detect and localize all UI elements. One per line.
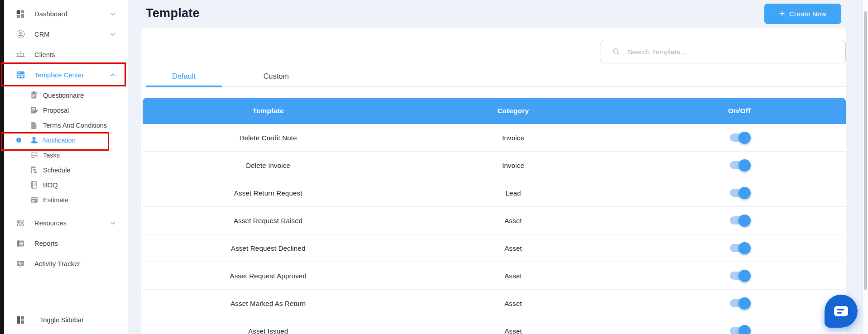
sidebar-item-label: Dashboard	[34, 10, 67, 18]
cell-onoff	[633, 189, 846, 197]
proposal-icon	[29, 105, 39, 116]
toggle-sidebar-button[interactable]: Toggle Sidebar	[4, 310, 128, 329]
sidebar-item-clients[interactable]: Clients	[4, 44, 128, 65]
scrollbar-thumb[interactable]	[864, 11, 867, 290]
column-header-template: Template	[143, 107, 393, 115]
cell-category: Lead	[393, 189, 633, 197]
on-off-toggle[interactable]	[730, 272, 749, 280]
cell-category: Invoice	[393, 134, 633, 142]
toggle-thumb	[739, 187, 751, 199]
sidebar-item-label: Tasks	[43, 152, 60, 159]
sidebar-item-label: CRM	[34, 31, 50, 38]
on-off-toggle[interactable]	[730, 299, 749, 307]
sidebar-item-proposal[interactable]: Proposal	[4, 103, 128, 118]
activity-tracker-icon	[15, 258, 26, 269]
scrollbar-track[interactable]	[863, 0, 868, 334]
sidebar-item-reports[interactable]: Reports	[4, 233, 128, 253]
sidebar-item-terms-and-conditions[interactable]: Terms And Conditions	[4, 118, 128, 133]
create-new-button[interactable]: + Create New	[764, 4, 841, 24]
on-off-toggle[interactable]	[730, 216, 749, 224]
cell-onoff	[633, 272, 846, 280]
sidebar-item-estimate[interactable]: Estimate	[4, 192, 128, 207]
crm-icon	[15, 29, 26, 40]
column-header-category: Category	[393, 107, 633, 115]
terms-icon	[29, 120, 39, 131]
resources-icon	[15, 218, 26, 229]
sidebar-item-label: Notification	[43, 137, 76, 144]
on-off-toggle[interactable]	[730, 244, 749, 252]
on-off-toggle[interactable]	[730, 189, 749, 197]
cell-onoff	[633, 216, 846, 224]
cell-category: Asset	[393, 327, 633, 334]
page-title: Template	[146, 5, 200, 22]
tasks-icon	[29, 150, 39, 161]
tab-custom[interactable]: Custom	[222, 66, 331, 87]
sidebar-item-activity-tracker[interactable]: Activity Tracker	[4, 253, 128, 274]
on-off-toggle[interactable]	[730, 327, 749, 334]
sidebar-item-label: Clients	[34, 51, 55, 58]
toggle-thumb	[739, 159, 751, 172]
cell-category: Asset	[393, 300, 633, 307]
cell-onoff	[633, 134, 846, 142]
toggle-thumb	[739, 132, 751, 144]
template-center-icon	[15, 70, 26, 81]
dashboard-icon	[15, 9, 26, 19]
table-row-delete-invoice: Delete InvoiceInvoice	[143, 152, 846, 179]
sidebar-item-label: Proposal	[43, 107, 69, 114]
column-header-onoff: On/Off	[633, 107, 846, 115]
chat-launcher-button[interactable]	[825, 295, 858, 328]
toggle-sidebar-label: Toggle Sidebar	[40, 316, 84, 324]
sidebar-item-dashboard[interactable]: Dashboard	[4, 4, 128, 24]
estimate-icon	[29, 195, 39, 205]
questionnaire-icon	[29, 90, 39, 101]
sidebar-item-schedule[interactable]: Schedule	[4, 162, 128, 177]
cell-template-name: Delete Invoice	[143, 162, 393, 169]
toggle-thumb	[739, 325, 751, 334]
cell-category: Asset	[393, 244, 633, 252]
schedule-icon	[29, 165, 39, 176]
tab-default[interactable]: Default	[146, 66, 222, 87]
toggle-thumb	[739, 215, 751, 227]
sidebar-item-label: Questionnaire	[43, 92, 84, 99]
cell-category: Asset	[393, 272, 633, 280]
sidebar-item-label: Terms And Conditions	[43, 122, 107, 129]
table-row-delete-credit-note: Delete Credit NoteInvoice	[143, 124, 846, 152]
sidebar-item-questionnaire[interactable]: Questionnaire	[4, 88, 128, 103]
app-root: DashboardCRMClientsTemplate CenterQuesti…	[0, 0, 868, 334]
table-row-asset-marked-as-return: Asset Marked As ReturnAsset	[143, 290, 846, 317]
sidebar-item-label: Estimate	[43, 196, 68, 204]
sidebar-item-template-center[interactable]: Template Center	[4, 65, 128, 85]
sidebar-item-notification[interactable]: Notification	[4, 133, 128, 148]
toggle-thumb	[739, 297, 751, 310]
table-header: Template Category On/Off	[143, 98, 846, 124]
notification-person-icon	[29, 135, 39, 146]
sidebar-item-tasks[interactable]: Tasks	[4, 148, 128, 162]
table-row-asset-issued: Asset IssuedAsset	[143, 317, 846, 334]
chevron-down-icon	[109, 219, 116, 227]
table-row-asset-request-raised: Asset Request RaisedAsset	[143, 207, 846, 234]
cell-onoff	[633, 244, 846, 252]
reports-icon	[15, 238, 26, 249]
cell-template-name: Asset Issued	[143, 327, 393, 334]
sidebar-item-boq[interactable]: $BOQ	[4, 177, 128, 192]
cell-template-name: Asset Request Approved	[143, 272, 393, 280]
toggle-sidebar-icon	[15, 315, 26, 325]
cell-category: Invoice	[393, 162, 633, 169]
sidebar-nav: DashboardCRMClientsTemplate CenterQuesti…	[4, 4, 128, 274]
search-input[interactable]	[627, 48, 845, 56]
table-row-asset-return-request: Asset Return RequestLead	[143, 179, 846, 207]
sidebar-item-label: Reports	[34, 240, 58, 247]
cell-category: Asset	[393, 217, 633, 224]
on-off-toggle[interactable]	[730, 161, 749, 169]
cell-template-name: Asset Request Declined	[143, 244, 393, 252]
template-center-submenu: QuestionnaireProposalTerms And Condition…	[4, 88, 128, 207]
on-off-toggle[interactable]	[730, 134, 749, 142]
toggle-thumb	[739, 270, 751, 282]
table-row-asset-request-approved: Asset Request ApprovedAsset	[143, 262, 846, 290]
search-box	[600, 40, 846, 63]
sidebar-item-resources[interactable]: Resources	[4, 213, 128, 233]
left-edge-strip	[0, 0, 4, 334]
chevron-down-icon	[109, 10, 116, 18]
sidebar-item-crm[interactable]: CRM	[4, 24, 128, 44]
create-new-label: Create New	[789, 10, 826, 18]
